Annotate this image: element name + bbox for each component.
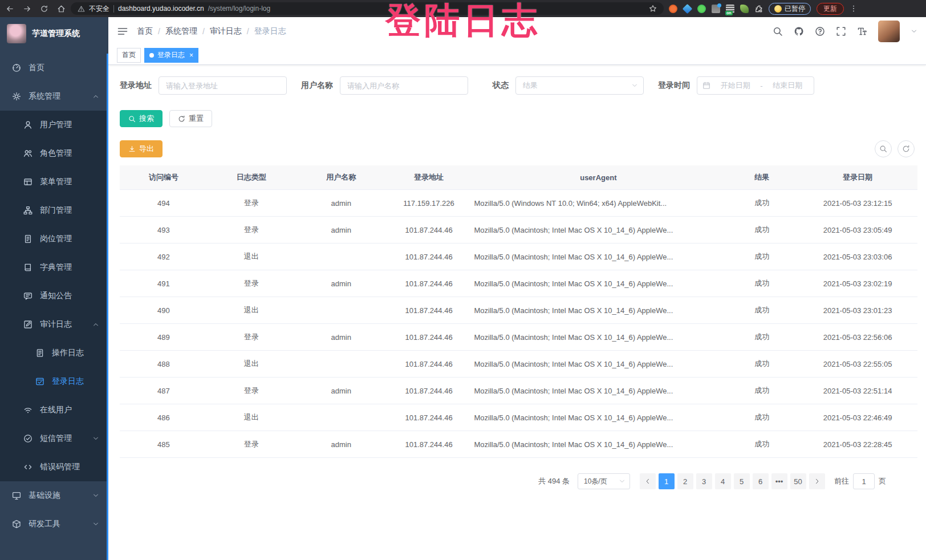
cell-time: 2021-05-03 22:56:06 [798,324,917,351]
fullscreen-icon[interactable] [836,26,846,36]
bookmark-star-icon[interactable] [649,5,657,13]
sidebar-item[interactable]: 岗位管理 [0,225,108,253]
extension-icon[interactable] [740,5,749,13]
pagination-page[interactable]: 4 [715,473,731,489]
toggle-search-button[interactable] [875,140,892,157]
sidebar-item[interactable]: 登录日志 [0,367,108,396]
cell-time: 2021-05-03 23:12:15 [798,190,917,217]
cell-result: 成功 [726,217,798,244]
cell-id: 493 [120,217,208,244]
browser-reload-icon[interactable] [40,5,48,13]
extension-icon[interactable] [697,5,706,13]
docs-question-icon[interactable] [815,26,825,36]
tag-close-icon[interactable]: × [188,52,193,59]
extension-badge: on [725,11,733,15]
cell-result: 成功 [726,297,798,324]
pagination-next[interactable] [809,473,825,489]
cell-type: 退出 [208,244,295,270]
search-button[interactable]: 搜索 [120,110,163,127]
pagination-page[interactable]: 50 [790,473,806,489]
log-table-body: 494登录admin117.159.17.226Mozilla/5.0 (Win… [120,190,917,458]
extensions-puzzle-icon[interactable] [754,5,763,13]
tag-home[interactable]: 首页 [117,48,141,63]
sidebar-item[interactable]: 错误码管理 [0,453,108,481]
pagination-page[interactable]: 2 [677,473,693,489]
hamburger-icon[interactable] [117,26,128,37]
pagination-page[interactable]: 3 [696,473,712,489]
breadcrumb-item[interactable]: 首页 [137,26,153,36]
username-input[interactable] [340,76,468,95]
page-size-select[interactable]: 10条/页 [578,473,630,489]
table-row: 490退出101.87.244.46Mozilla/5.0 (Macintosh… [120,297,917,324]
sidebar-item[interactable]: 首页 [0,54,108,82]
extension-icon[interactable]: on [726,5,734,13]
sidebar-item-label: 基础设施 [29,490,60,501]
cell-time: 2021-05-03 23:03:06 [798,244,917,270]
refresh-icon [178,115,185,123]
sidebar-item[interactable]: 菜单管理 [0,168,108,196]
reset-button[interactable]: 重置 [169,110,212,127]
address-bar[interactable]: 不安全 dashboard.yudao.iocoder.cn/system/lo… [71,2,664,15]
pagination-page[interactable]: 6 [753,473,769,489]
sidebar-item[interactable]: 审计日志 [0,310,108,339]
refresh-table-button[interactable] [897,140,915,157]
browser-update-button[interactable]: 更新 [817,3,844,15]
status-select[interactable]: 结果 [515,76,644,95]
login-time-range-picker[interactable]: 开始日期 - 结束日期 [697,76,814,95]
sidebar-item[interactable]: 短信管理 [0,424,108,453]
goto-page-input[interactable] [853,473,875,489]
sidebar-item-label: 登录日志 [52,376,84,387]
cell-time: 2021-05-03 22:46:49 [798,404,917,431]
sidebar-item[interactable]: 字典管理 [0,253,108,282]
overlay-annotation-title: 登陆日志 [385,0,541,40]
sidebar-item-label: 岗位管理 [40,234,72,244]
github-icon[interactable] [794,26,804,36]
extension-icon[interactable] [669,5,677,13]
sidebar-item[interactable]: 基础设施 [0,481,108,510]
dict-icon [23,263,33,272]
cell-username: admin [295,270,387,297]
cell-ip: 101.87.244.46 [387,431,471,458]
pagination-page[interactable]: 5 [734,473,750,489]
sidebar-item[interactable]: 角色管理 [0,139,108,168]
font-size-icon[interactable] [857,26,867,36]
browser-forward-icon[interactable] [23,5,31,13]
avatar-caret-down-icon[interactable] [911,28,917,35]
date-end-placeholder: 结束日期 [767,80,809,91]
tag-login-log[interactable]: 登录日志 × [144,48,198,63]
sidebar-logo-row[interactable]: 芋道管理系统 [0,17,108,50]
breadcrumb: 首页 / 系统管理 / 审计日志 / 登录日志 [137,26,286,36]
column-header: 日志类型 [208,165,295,190]
sidebar-item-label: 短信管理 [40,433,72,444]
breadcrumb-item[interactable]: 审计日志 [210,26,242,36]
sidebar-item[interactable]: 操作日志 [0,339,108,367]
sidebar-item[interactable]: 研发工具 [0,510,108,538]
paused-chip[interactable]: 已暂停 [769,3,811,15]
calendar-icon [702,82,710,90]
export-button[interactable]: 导出 [120,140,163,157]
sidebar-item[interactable]: 通知公告 [0,282,108,310]
header-search-icon[interactable] [773,26,783,36]
browser-menu-icon[interactable] [850,5,858,13]
pagination: 共 494 条 10条/页 123456•••50 前往 页 [120,473,917,489]
table-row: 487登录admin101.87.244.46Mozilla/5.0 (Maci… [120,378,917,404]
pagination-page[interactable]: 1 [659,473,675,489]
login-address-input[interactable] [159,76,287,95]
breadcrumb-item[interactable]: 系统管理 [165,26,197,36]
sidebar-item[interactable]: 系统管理 [0,82,108,111]
pagination-prev[interactable] [640,473,656,489]
sidebar-item[interactable]: 用户管理 [0,111,108,139]
sidebar-item[interactable]: 部门管理 [0,196,108,225]
pagination-more[interactable]: ••• [771,473,787,489]
login-time-label: 登录时间 [658,80,690,91]
browser-home-icon[interactable] [57,5,66,13]
extension-icon[interactable] [712,5,720,13]
browser-back-icon[interactable] [6,5,14,13]
sidebar-item-label: 在线用户 [40,405,72,415]
sidebar-item[interactable]: 在线用户 [0,396,108,424]
user-avatar[interactable] [878,21,900,42]
extension-icon[interactable] [683,3,692,13]
cell-user_agent: Mozilla/5.0 (Macintosh; Intel Mac OS X 1… [471,351,726,378]
sidebar-scrollbar[interactable] [107,54,108,560]
cell-user_agent: Mozilla/5.0 (Macintosh; Intel Mac OS X 1… [471,244,726,270]
